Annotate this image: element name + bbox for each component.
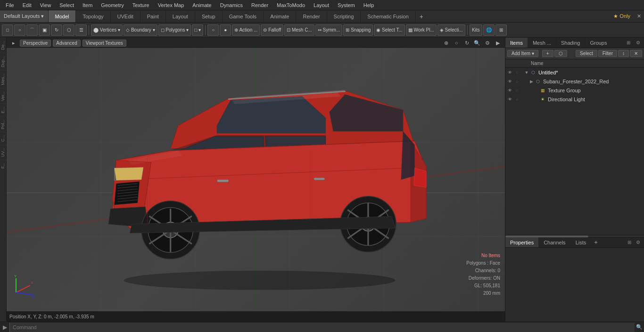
menu-item[interactable]: Item — [79, 1, 96, 9]
toolbar-snapping[interactable]: ⊞ Snapping — [343, 24, 373, 36]
lp-mes[interactable]: Mes... — [0, 70, 6, 88]
tab-scripting[interactable]: Scripting — [327, 10, 361, 22]
viewport-collapse[interactable]: ▸ — [9, 39, 18, 47]
items-plus-icon[interactable]: + — [542, 50, 553, 57]
command-search-icon[interactable]: 🔍 — [635, 322, 644, 332]
lp-uv[interactable]: UV... — [0, 145, 6, 160]
toolbar-vertices[interactable]: ⬤ Vertices ▾ — [91, 24, 123, 36]
toolbar-rotate[interactable]: ↻ — [51, 24, 62, 36]
tab-groups[interactable]: Groups — [585, 38, 612, 48]
menu-edit[interactable]: Edit — [19, 1, 35, 9]
toolbar-symm[interactable]: ⇔ Symm... — [315, 24, 342, 36]
layout-dropdown[interactable]: Default Layouts ▾ — [0, 10, 49, 22]
lp-f[interactable]: F... — [0, 160, 6, 171]
menu-animate[interactable]: Animate — [189, 1, 215, 9]
menu-help[interactable]: Help — [360, 1, 378, 9]
menu-layout[interactable]: Layout — [310, 1, 333, 9]
eye2-texture[interactable]: ○ — [514, 87, 520, 94]
tab-items[interactable]: Items — [505, 38, 528, 48]
layout-star[interactable]: ★ Only — [610, 12, 634, 20]
viewport-textures[interactable]: Viewport Textures — [83, 40, 126, 47]
tab-schematic-fusion[interactable]: Schematic Fusion — [361, 10, 415, 22]
tab-paint[interactable]: Paint — [140, 10, 166, 22]
menu-texture[interactable]: Texture — [129, 1, 153, 9]
toolbar-falloff[interactable]: ⊖ Falloff — [261, 24, 283, 36]
tab-setup[interactable]: Setup — [195, 10, 223, 22]
properties-add-tab[interactable]: + — [591, 238, 601, 247]
item-row-texture[interactable]: 👁 ○ ▦ Texture Group — [505, 86, 644, 95]
toolbar-boundary[interactable]: ◇ Boundary ▾ — [124, 24, 157, 36]
toolbar-hex[interactable]: ⬡ — [63, 24, 74, 36]
prop-expand-icon[interactable]: ⊞ — [625, 238, 634, 247]
tab-mesh[interactable]: Mesh ... — [528, 38, 556, 48]
menu-render[interactable]: Render — [248, 1, 272, 9]
toolbar-globe[interactable]: 🌐 — [483, 24, 495, 36]
tab-properties[interactable]: Properties — [505, 237, 539, 247]
command-arrow[interactable]: ▶ — [0, 322, 9, 332]
toolbar-arc[interactable]: ⌒ — [26, 24, 38, 36]
menu-select[interactable]: Select — [56, 1, 78, 9]
command-input[interactable] — [9, 323, 635, 332]
tab-game-tools[interactable]: Game Tools — [223, 10, 264, 22]
menu-system[interactable]: System — [334, 1, 359, 9]
eye-subaru[interactable]: 👁 — [506, 78, 513, 85]
tab-lists[interactable]: Lists — [571, 237, 592, 247]
toolbar-work-plane[interactable]: ▦ Work Pl... — [406, 24, 437, 36]
lp-pol[interactable]: Pol... — [0, 116, 6, 132]
viewport-settings-icon[interactable]: ⚙ — [483, 39, 492, 47]
viewport-refresh-icon[interactable]: ↻ — [462, 39, 471, 47]
toolbar-dot[interactable]: ● — [220, 24, 231, 36]
toolbar-polygons[interactable]: ◻ Polygons ▾ — [158, 24, 191, 36]
items-close-icon[interactable]: ✕ — [630, 50, 642, 57]
viewport-canvas[interactable]: ⬡ — [7, 48, 505, 311]
lp-de[interactable]: De... — [0, 38, 6, 53]
expand-untitled[interactable]: ▼ — [524, 69, 529, 76]
menu-geometry[interactable]: Geometry — [97, 1, 127, 9]
eye2-subaru[interactable]: ○ — [514, 78, 520, 85]
lp-e[interactable]: E... — [0, 104, 6, 116]
viewport-play-icon[interactable]: ▶ — [494, 39, 502, 47]
toolbar-action[interactable]: ⊕ Action ... — [232, 24, 260, 36]
tab-topology[interactable]: Topology — [76, 10, 110, 22]
item-row-untitled[interactable]: 👁 ○ ▼ ⬡ Untitled* — [505, 68, 644, 77]
viewport-maximize-icon[interactable]: ⊕ — [442, 39, 450, 47]
toolbar-eye[interactable]: ○ — [207, 24, 219, 36]
tab-render[interactable]: Render — [296, 10, 327, 22]
toolbar-new[interactable]: □ — [2, 24, 13, 36]
menu-view[interactable]: View — [36, 1, 55, 9]
toolbar-select-rect[interactable]: ▣ — [39, 24, 50, 36]
toolbar-selecti[interactable]: ◈ Selecti... — [438, 24, 465, 36]
toolbar-mode[interactable]: □ ▾ — [192, 24, 203, 36]
tab-model[interactable]: Model — [49, 10, 76, 22]
expand-light[interactable] — [534, 96, 538, 103]
menu-maxtomodo[interactable]: MaxToModo — [273, 1, 309, 9]
tab-uvedit[interactable]: UVEdit — [111, 10, 140, 22]
tab-animate[interactable]: Animate — [264, 10, 296, 22]
layout-add-tab[interactable]: + — [416, 12, 427, 21]
menu-vertex-map[interactable]: Vertex Map — [154, 1, 188, 9]
toolbar-select-t[interactable]: ◉ Select T... — [374, 24, 405, 36]
prop-settings-icon[interactable]: ⚙ — [634, 238, 642, 247]
viewport-perspective[interactable]: Perspective — [20, 40, 51, 47]
tab-channels[interactable]: Channels — [539, 237, 570, 247]
lp-ver[interactable]: Ver... — [0, 88, 6, 104]
add-item-btn[interactable]: Add Item ▾ — [507, 50, 538, 57]
tab-shading[interactable]: Shading — [556, 38, 585, 48]
filter-btn[interactable]: Filter — [598, 50, 617, 57]
items-list[interactable]: 👁 ○ ▼ ⬡ Untitled* 👁 ○ ▶ ⬡ Subaru_Foreste… — [505, 68, 644, 235]
viewport-frame-icon[interactable]: ○ — [452, 39, 461, 47]
eye2-untitled[interactable]: ○ — [514, 69, 520, 76]
toolbar-kits[interactable]: Kits — [470, 24, 482, 36]
menu-dynamics[interactable]: Dynamics — [216, 1, 247, 9]
viewport-advanced[interactable]: Advanced — [53, 40, 80, 47]
toolbar-mesh[interactable]: ⊡ Mesh C... — [284, 24, 314, 36]
items-sort-icon[interactable]: ↕ — [618, 50, 629, 57]
lp-c[interactable]: C... — [0, 132, 6, 145]
layout-close[interactable]: ✕ — [634, 12, 644, 20]
item-row-light[interactable]: 👁 ○ ☀ Directional Light — [505, 95, 644, 104]
eye2-light[interactable]: ○ — [514, 96, 520, 103]
viewport[interactable]: ▸ Perspective Advanced Viewport Textures… — [7, 38, 505, 322]
eye-light[interactable]: 👁 — [506, 96, 513, 103]
rp-expand-icon[interactable]: ⊞ — [624, 39, 633, 47]
items-bookmark-icon[interactable]: ⬡ — [554, 50, 567, 57]
